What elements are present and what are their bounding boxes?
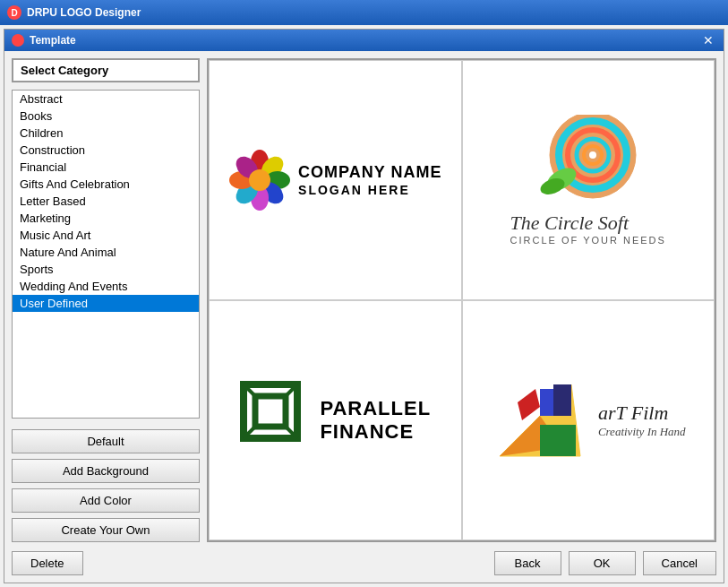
app-title: DRPU LOGO Designer	[27, 6, 721, 19]
svg-marker-26	[553, 384, 571, 416]
logo2-text: The Circle Soft CIRCLE OF YOUR NEEDS	[510, 211, 666, 246]
template-cell-1[interactable]: COMPANY NAME SLOGAN HERE	[209, 60, 462, 300]
dialog-title-bar: Template ✕	[4, 30, 724, 51]
logo4-tagline: Creativity In Hand	[598, 425, 686, 439]
left-panel: Select Category Abstract Books Children …	[12, 58, 200, 542]
logo2-name: The Circle Soft	[510, 211, 666, 235]
logo3-text: PARALLEL FINANCE	[320, 397, 431, 445]
template-cell-2[interactable]: The Circle Soft CIRCLE OF YOUR NEEDS	[462, 60, 715, 300]
template-cell-3[interactable]: PARALLEL FINANCE	[209, 300, 462, 540]
back-button[interactable]: Back	[494, 551, 561, 575]
logo4-name: arT Film	[598, 401, 686, 425]
category-item-sports[interactable]: Sports	[13, 261, 199, 278]
logo1-company: COMPANY NAME	[298, 163, 441, 183]
logo1-text: COMPANY NAME SLOGAN HERE	[298, 163, 441, 197]
squares-svg	[239, 380, 311, 461]
bottom-bar: Delete Back OK Cancel	[12, 542, 716, 575]
template-cell-4[interactable]: arT Film Creativity In Hand	[462, 300, 715, 540]
create-your-own-button[interactable]: Create Your Own	[12, 518, 200, 542]
logo4: arT Film Creativity In Hand	[491, 376, 686, 465]
category-item-music[interactable]: Music And Art	[13, 227, 199, 244]
svg-point-8	[249, 169, 270, 191]
logo2: The Circle Soft CIRCLE OF YOUR NEEDS	[510, 115, 666, 246]
logo3-line2: FINANCE	[320, 420, 431, 444]
dialog-title: Template	[30, 34, 695, 47]
svg-point-14	[589, 151, 596, 159]
category-item-nature[interactable]: Nature And Animal	[13, 244, 199, 261]
template-grid: COMPANY NAME SLOGAN HERE	[207, 58, 716, 542]
logo2-tagline: CIRCLE OF YOUR NEEDS	[510, 235, 666, 246]
category-item-financial[interactable]: Financial	[13, 159, 199, 176]
category-item-books[interactable]: Books	[13, 108, 199, 125]
logo3: PARALLEL FINANCE	[239, 380, 431, 461]
category-item-user-defined[interactable]: User Defined	[13, 295, 199, 312]
action-buttons: Default Add Background Add Color Create …	[12, 429, 200, 542]
circle-svg	[535, 115, 642, 204]
artfilm-svg	[491, 376, 589, 465]
default-button[interactable]: Default	[12, 429, 200, 453]
category-item-children[interactable]: Children	[13, 125, 199, 142]
category-item-gifts[interactable]: Gifts And Celebration	[13, 176, 199, 193]
title-bar: D DRPU LOGO Designer	[0, 0, 728, 25]
logo3-line1: PARALLEL	[320, 397, 431, 420]
dialog: Template ✕ Select Category Abstract Book…	[4, 29, 724, 583]
svg-rect-18	[255, 396, 286, 427]
dialog-content: Select Category Abstract Books Children …	[12, 58, 716, 542]
category-item-construction[interactable]: Construction	[13, 142, 199, 159]
delete-button[interactable]: Delete	[12, 551, 83, 575]
dialog-close-button[interactable]: ✕	[700, 32, 716, 48]
cancel-button[interactable]: Cancel	[643, 551, 716, 575]
category-label: Select Category	[12, 58, 200, 82]
ok-button[interactable]: OK	[569, 551, 636, 575]
category-item-marketing[interactable]: Marketing	[13, 210, 199, 227]
logo1: COMPANY NAME SLOGAN HERE	[228, 149, 441, 211]
add-color-button[interactable]: Add Color	[12, 488, 200, 513]
dialog-icon	[12, 34, 24, 47]
svg-marker-28	[540, 425, 576, 456]
category-list[interactable]: Abstract Books Children Construction Fin…	[12, 90, 200, 419]
logo4-text: arT Film Creativity In Hand	[598, 401, 686, 439]
svg-marker-24	[518, 389, 540, 420]
flower-svg	[228, 149, 291, 211]
logo1-slogan: SLOGAN HERE	[298, 183, 441, 197]
category-item-wedding[interactable]: Wedding And Events	[13, 278, 199, 295]
category-item-letter[interactable]: Letter Based	[13, 193, 199, 210]
app-icon: D	[7, 5, 21, 20]
category-item-abstract[interactable]: Abstract	[13, 91, 199, 108]
add-background-button[interactable]: Add Background	[12, 459, 200, 483]
